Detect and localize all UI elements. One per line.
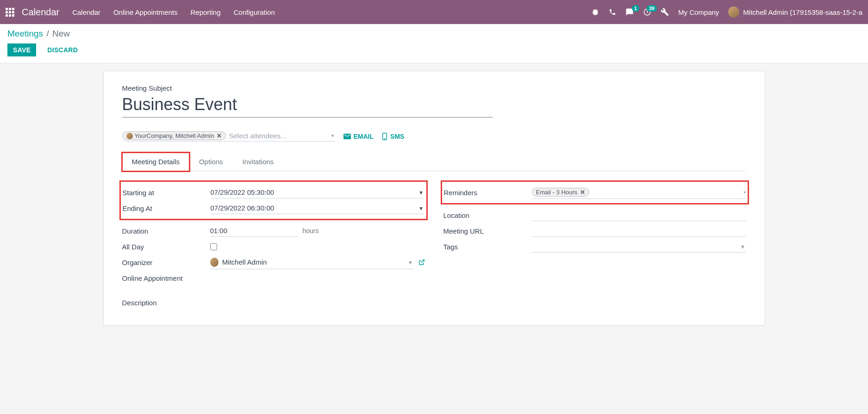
tab-invitations[interactable]: Invitations: [233, 153, 284, 171]
tags-input[interactable]: [531, 242, 739, 250]
apps-menu-icon[interactable]: [6, 8, 14, 17]
phone-icon[interactable]: [609, 8, 616, 16]
highlight-dates: Starting at ▾ Ending At ▾: [119, 180, 428, 220]
organizer-field[interactable]: ▾: [210, 256, 414, 269]
starting-at-label: Starting at: [123, 189, 211, 197]
reminders-field[interactable]: Email - 3 Hours ✕ ▾: [532, 186, 746, 199]
save-button[interactable]: Save: [7, 43, 36, 56]
reminder-tag-label: Email - 3 Hours: [536, 189, 578, 196]
email-button-label: EMAIL: [354, 133, 374, 140]
top-navbar: Calendar Calendar Online Appointments Re…: [0, 0, 868, 24]
reminders-label: Reminders: [444, 189, 532, 197]
organizer-avatar-icon: [210, 258, 219, 267]
breadcrumb: Meetings / New: [7, 29, 861, 39]
chevron-down-icon[interactable]: ▾: [418, 204, 425, 212]
nav-right: 1 39 My Company Mitchell Admin (17915358…: [591, 6, 862, 18]
chat-icon[interactable]: 1: [625, 8, 634, 16]
tab-bar: Meeting Details Options Invitations: [122, 153, 746, 171]
chat-badge: 1: [632, 5, 639, 12]
attendees-field[interactable]: YourCompany, Mitchell Admin ✕ Select att…: [122, 131, 335, 142]
duration-unit: hours: [303, 227, 319, 235]
location-input[interactable]: [531, 211, 746, 219]
reminder-remove-icon[interactable]: ✕: [580, 189, 585, 196]
meeting-url-field[interactable]: [531, 225, 746, 237]
reminder-tag: Email - 3 Hours ✕: [532, 188, 590, 197]
attendee-placeholder: Select attendees...: [229, 132, 286, 140]
subject-input[interactable]: [122, 94, 493, 117]
allday-checkbox[interactable]: [210, 243, 217, 250]
description-label: Description: [122, 299, 425, 307]
breadcrumb-sep: /: [46, 29, 49, 38]
envelope-icon: [343, 134, 351, 139]
sms-button-label: SMS: [390, 133, 404, 140]
meeting-url-label: Meeting URL: [443, 227, 531, 235]
duration-field[interactable]: [210, 225, 298, 237]
user-avatar-icon: [728, 6, 739, 18]
tags-label: Tags: [443, 243, 531, 251]
user-name: Mitchell Admin (17915358-saas-15-2-a: [743, 8, 862, 16]
ending-at-input[interactable]: [211, 204, 418, 212]
nav-configuration[interactable]: Configuration: [234, 8, 275, 16]
starting-at-input[interactable]: [211, 188, 418, 196]
user-menu[interactable]: Mitchell Admin (17915358-saas-15-2-a: [728, 6, 862, 18]
nav-calendar[interactable]: Calendar: [72, 8, 100, 16]
app-brand[interactable]: Calendar: [22, 7, 59, 18]
allday-label: All Day: [122, 243, 210, 251]
mobile-icon: [382, 133, 387, 140]
nav-reporting[interactable]: Reporting: [190, 8, 220, 16]
duration-input[interactable]: [210, 227, 298, 235]
organizer-input[interactable]: [222, 258, 407, 266]
location-label: Location: [443, 211, 531, 219]
breadcrumb-current: New: [52, 29, 70, 38]
form-left-column: Starting at ▾ Ending At ▾: [122, 178, 425, 307]
attendee-tag-label: YourCompany, Mitchell Admin: [135, 132, 214, 139]
online-appt-label: Online Appointment: [122, 274, 210, 282]
sms-button[interactable]: SMS: [382, 133, 404, 140]
duration-label: Duration: [122, 227, 210, 235]
location-field[interactable]: [531, 209, 746, 221]
subject-label: Meeting Subject: [122, 84, 746, 92]
online-appt-field: [210, 276, 425, 280]
tab-meeting-details[interactable]: Meeting Details: [122, 153, 189, 171]
breadcrumb-root[interactable]: Meetings: [7, 29, 43, 38]
form-sheet: Meeting Subject YourCompany, Mitchell Ad…: [103, 71, 765, 326]
chevron-down-icon[interactable]: ▼: [331, 133, 335, 138]
control-panel: Meetings / New Save Discard: [0, 24, 868, 63]
attendee-remove-icon[interactable]: ✕: [217, 132, 222, 139]
highlight-reminders: Reminders Email - 3 Hours ✕ ▾: [441, 180, 749, 204]
chevron-down-icon[interactable]: ▾: [743, 190, 746, 195]
discard-button[interactable]: Discard: [42, 43, 83, 56]
tab-options[interactable]: Options: [189, 153, 233, 171]
organizer-label: Organizer: [122, 259, 210, 266]
starting-at-field[interactable]: ▾: [211, 186, 425, 198]
tags-field[interactable]: ▾: [531, 241, 746, 253]
allday-field: [210, 241, 425, 252]
svg-line-3: [421, 260, 424, 263]
attendee-tag: YourCompany, Mitchell Admin ✕: [122, 131, 226, 140]
nav-online-appointments[interactable]: Online Appointments: [113, 8, 177, 16]
activity-icon[interactable]: 39: [643, 8, 651, 16]
ending-at-label: Ending At: [123, 204, 211, 212]
bug-icon[interactable]: [591, 8, 599, 16]
chevron-down-icon[interactable]: ▾: [418, 189, 425, 196]
meeting-url-input[interactable]: [531, 227, 746, 235]
attendee-avatar-icon: [126, 133, 133, 139]
company-switcher[interactable]: My Company: [678, 8, 719, 16]
activity-badge: 39: [647, 5, 657, 12]
nav-menu: Calendar Online Appointments Reporting C…: [72, 8, 275, 16]
tools-icon[interactable]: [661, 8, 669, 16]
form-right-column: Reminders Email - 3 Hours ✕ ▾ Location: [443, 178, 746, 307]
chevron-down-icon[interactable]: ▾: [407, 259, 414, 266]
chevron-down-icon[interactable]: ▾: [739, 243, 746, 250]
email-button[interactable]: EMAIL: [343, 133, 374, 140]
external-link-icon[interactable]: [418, 259, 425, 266]
ending-at-field[interactable]: ▾: [211, 202, 425, 214]
